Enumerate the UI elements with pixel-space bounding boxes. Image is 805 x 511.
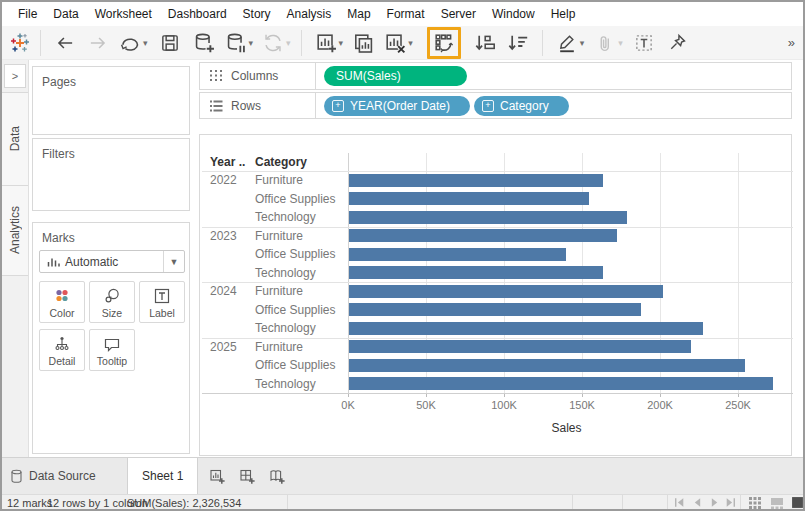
rows-pill-area[interactable]: + YEAR(Order Date) + Category	[316, 93, 791, 118]
pause-auto-updates-icon[interactable]	[224, 31, 248, 55]
sort-descending-icon[interactable]	[505, 31, 529, 55]
axis-tick-label[interactable]: 100K	[482, 399, 526, 411]
axis-tick-label[interactable]: 0K	[326, 399, 370, 411]
highlight-icon[interactable]	[555, 31, 579, 55]
axis-tick-label[interactable]: 200K	[638, 399, 682, 411]
bar-2023-technology[interactable]	[349, 266, 603, 279]
category-label[interactable]: Office Supplies	[255, 358, 336, 372]
undo-icon[interactable]	[53, 31, 77, 55]
bar-2022-office-supplies[interactable]	[349, 192, 589, 205]
sort-ascending-icon[interactable]	[472, 31, 496, 55]
clear-sheet-icon[interactable]	[383, 31, 407, 55]
row-header-category[interactable]: Category	[255, 155, 307, 169]
menu-item-help[interactable]: Help	[543, 2, 584, 26]
tooltip-button[interactable]: Tooltip	[89, 329, 135, 371]
bar-2025-furniture[interactable]	[349, 340, 691, 353]
pill-year-order-date[interactable]: + YEAR(Order Date)	[324, 96, 470, 116]
menu-item-file[interactable]: File	[10, 2, 45, 26]
menu-item-worksheet[interactable]: Worksheet	[87, 2, 160, 26]
run-update-icon[interactable]	[261, 31, 285, 55]
year-label[interactable]: 2023	[210, 229, 237, 243]
pill-sum-sales[interactable]: SUM(Sales)	[324, 66, 467, 86]
show-mark-labels-icon[interactable]	[632, 31, 656, 55]
mark-type-dropdown[interactable]: Automatic ▼	[39, 250, 185, 273]
tab-analytics[interactable]: Analytics	[2, 185, 28, 276]
pill-category[interactable]: + Category	[474, 96, 569, 116]
new-data-source-icon[interactable]	[192, 31, 216, 55]
label-button[interactable]: Label	[139, 281, 185, 323]
category-label[interactable]: Furniture	[255, 340, 303, 354]
category-label[interactable]: Technology	[255, 210, 316, 224]
detail-button[interactable]: Detail	[39, 329, 85, 371]
run-update-caret-icon[interactable]: ▾	[286, 38, 291, 48]
swap-rows-columns-icon[interactable]	[432, 31, 456, 55]
replay-caret-icon[interactable]: ▾	[143, 38, 148, 48]
filters-shelf[interactable]: Filters	[32, 138, 190, 211]
highlight-caret-icon[interactable]: ▾	[580, 38, 585, 48]
category-label[interactable]: Office Supplies	[255, 303, 336, 317]
fix-axes-icon[interactable]	[665, 31, 689, 55]
last-page-icon[interactable]	[724, 496, 737, 509]
duplicate-sheet-icon[interactable]	[351, 31, 375, 55]
menu-item-server[interactable]: Server	[433, 2, 484, 26]
group-members-icon[interactable]	[593, 31, 617, 55]
toolbar-overflow-button[interactable]: »	[788, 35, 795, 50]
size-button[interactable]: Size	[89, 281, 135, 323]
category-label[interactable]: Technology	[255, 266, 316, 280]
year-label[interactable]: 2022	[210, 173, 237, 187]
pause-auto-updates-caret-icon[interactable]: ▾	[249, 38, 254, 48]
bar-2022-furniture[interactable]	[349, 174, 603, 187]
category-label[interactable]: Furniture	[255, 284, 303, 298]
new-worksheet-icon[interactable]	[314, 31, 338, 55]
category-label[interactable]: Office Supplies	[255, 247, 336, 261]
presentation-mode-icon[interactable]	[791, 496, 804, 509]
bar-2024-office-supplies[interactable]	[349, 303, 641, 316]
menu-item-window[interactable]: Window	[484, 2, 543, 26]
redo-icon[interactable]	[86, 31, 110, 55]
new-worksheet-tab-button[interactable]	[202, 458, 232, 494]
category-label[interactable]: Furniture	[255, 173, 303, 187]
replay-icon[interactable]	[118, 31, 142, 55]
chevron-down-icon[interactable]: ▼	[163, 251, 184, 272]
bar-2025-technology[interactable]	[349, 377, 773, 390]
axis-tick-label[interactable]: 50K	[404, 399, 448, 411]
first-page-icon[interactable]	[673, 496, 686, 509]
show-sheet-tabs-icon[interactable]	[748, 496, 762, 510]
save-icon[interactable]	[158, 31, 182, 55]
clear-sheet-caret-icon[interactable]: ▾	[408, 38, 413, 48]
bar-2025-office-supplies[interactable]	[349, 359, 745, 372]
menu-item-format[interactable]: Format	[379, 2, 433, 26]
expand-field-icon[interactable]: +	[332, 100, 344, 112]
axis-tick-label[interactable]: 150K	[560, 399, 604, 411]
bar-2024-technology[interactable]	[349, 322, 703, 335]
data-source-tab[interactable]: Data Source	[2, 458, 127, 494]
menu-item-story[interactable]: Story	[235, 2, 279, 26]
axis-tick-label[interactable]: 250K	[716, 399, 760, 411]
category-label[interactable]: Furniture	[255, 229, 303, 243]
category-label[interactable]: Technology	[255, 321, 316, 335]
bar-2023-office-supplies[interactable]	[349, 248, 566, 261]
previous-page-icon[interactable]	[691, 496, 704, 509]
new-worksheet-caret-icon[interactable]: ▾	[339, 38, 344, 48]
next-page-icon[interactable]	[708, 496, 721, 509]
bar-2023-furniture[interactable]	[349, 229, 617, 242]
group-members-caret-icon[interactable]: ▾	[618, 38, 623, 48]
expand-field-icon[interactable]: +	[482, 100, 494, 112]
color-button[interactable]: Color	[39, 281, 85, 323]
year-label[interactable]: 2024	[210, 284, 237, 298]
menu-item-analysis[interactable]: Analysis	[279, 2, 340, 26]
menu-item-dashboard[interactable]: Dashboard	[160, 2, 235, 26]
year-label[interactable]: 2025	[210, 340, 237, 354]
show-filmstrip-icon[interactable]	[770, 496, 784, 510]
new-story-tab-button[interactable]	[262, 458, 292, 494]
row-header-year[interactable]: Year ..	[210, 155, 245, 169]
new-dashboard-tab-button[interactable]	[232, 458, 262, 494]
menu-item-data[interactable]: Data	[45, 2, 86, 26]
expand-pane-button[interactable]: >	[4, 64, 26, 88]
tab-data[interactable]: Data	[2, 92, 28, 185]
columns-pill-area[interactable]: SUM(Sales)	[316, 63, 791, 89]
menu-item-map[interactable]: Map	[339, 2, 378, 26]
category-label[interactable]: Office Supplies	[255, 192, 336, 206]
category-label[interactable]: Technology	[255, 377, 316, 391]
bar-2024-furniture[interactable]	[349, 285, 663, 298]
